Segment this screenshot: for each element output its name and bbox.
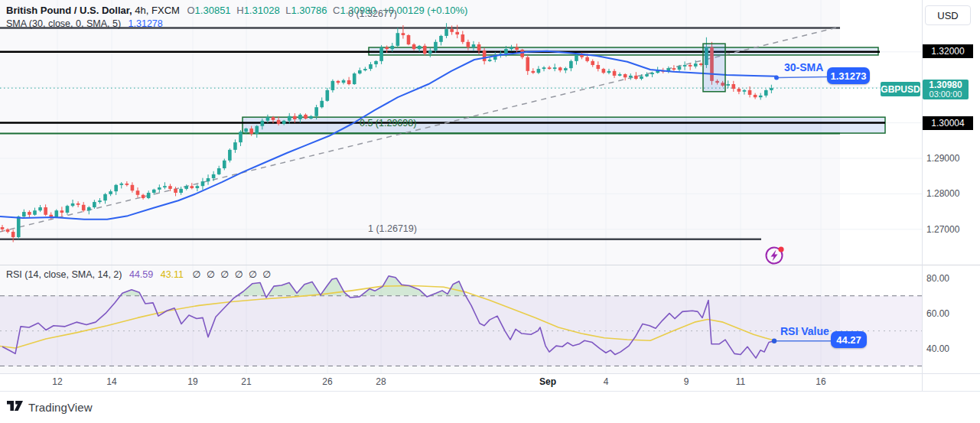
- time-axis-label: 12: [52, 376, 62, 387]
- sma-indicator-label: SMA (30, close, 0, SMA, 5): [6, 18, 121, 29]
- rsi-axis-label: 80.00: [926, 273, 949, 284]
- symbol-title: British Pound / U.S. Dollar,: [6, 5, 132, 16]
- time-axis-label: 11: [736, 376, 745, 387]
- timeframe-label[interactable]: 4h,: [135, 5, 148, 16]
- last-price-badge: 1.30980 03:00:00: [923, 80, 969, 99]
- time-axis-label: 26: [322, 376, 332, 387]
- time-axis-label: 16: [816, 376, 825, 387]
- time-axis-label: 14: [106, 376, 116, 387]
- fib-label-0[interactable]: 0 (1.32677): [348, 8, 397, 19]
- pane-separator[interactable]: [0, 265, 980, 265]
- time-axis-label: Sep: [539, 376, 556, 387]
- ohlc-h-label: H: [236, 5, 243, 16]
- rsi-value-badge: 44.27: [831, 331, 867, 348]
- time-axis-label: 21: [241, 376, 251, 387]
- rsi-sma-value: 43.11: [161, 269, 184, 280]
- rsi-axis-label: 40.00: [926, 343, 949, 354]
- price-axis-label: 1.28000: [926, 188, 959, 199]
- sma-indicator-value: 1.31278: [129, 18, 163, 29]
- rsi-axis-label: 60.00: [926, 308, 949, 319]
- ohlc-l-value: 1.30786: [291, 5, 327, 16]
- time-axis-label: 19: [187, 376, 197, 387]
- currency-toggle-button[interactable]: USD: [925, 5, 971, 25]
- time-axis-label: 28: [376, 376, 386, 387]
- time-axis-border: [0, 373, 980, 374]
- symbol-header[interactable]: British Pound / U.S. Dollar, 4h, FXCM O1…: [6, 5, 467, 16]
- symbol-price-badge: GBPUSD: [881, 82, 920, 96]
- price-axis-border: [922, 0, 923, 391]
- rsi-indicator-header[interactable]: RSI (14, close, SMA, 14, 2) 44.59 43.11 …: [6, 268, 272, 280]
- chart-window: British Pound / U.S. Dollar, 4h, FXCM O1…: [0, 0, 980, 423]
- time-axis-label: 9: [684, 376, 689, 387]
- price-axis-label: 1.29000: [926, 153, 959, 164]
- rsi-value: 44.59: [129, 269, 153, 280]
- sma-callout-label: 30-SMA: [784, 61, 823, 73]
- tradingview-logo[interactable]: TradingView: [7, 400, 93, 414]
- tradingview-logo-icon: [7, 400, 24, 414]
- ohlc-o-label: O: [187, 5, 194, 16]
- lower-level-badge: 1.30004: [923, 116, 973, 130]
- time-axis-label: 4: [604, 376, 609, 387]
- ohlc-h-value: 1.31028: [244, 5, 280, 16]
- tradingview-logo-text: TradingView: [28, 401, 93, 414]
- last-price-value: 1.30980: [929, 80, 962, 89]
- upper-level-badge: 1.32000: [923, 44, 973, 58]
- sma-indicator-header[interactable]: SMA (30, close, 0, SMA, 5) 1.31278: [6, 18, 163, 29]
- widget-bottom-border: [0, 391, 980, 392]
- rsi-empty-values: ∅ ∅ ∅ ∅ ∅ ∅: [193, 269, 273, 280]
- fib-label-05[interactable]: 0.5 (1.29698): [360, 118, 416, 129]
- sma-price-badge: 1.31273: [827, 67, 870, 84]
- bar-countdown: 03:00:00: [930, 89, 962, 99]
- rsi-indicator-label: RSI (14, close, SMA, 14, 2): [6, 269, 122, 280]
- fib-label-1[interactable]: 1 (1.26719): [368, 223, 417, 234]
- ohlc-c-label: C: [333, 5, 340, 16]
- rsi-callout-label: RSI Value: [780, 325, 829, 337]
- ohlc-o-value: 1.30851: [195, 5, 231, 16]
- price-axis-label: 1.27000: [926, 224, 959, 235]
- exchange-label: FXCM: [151, 5, 180, 16]
